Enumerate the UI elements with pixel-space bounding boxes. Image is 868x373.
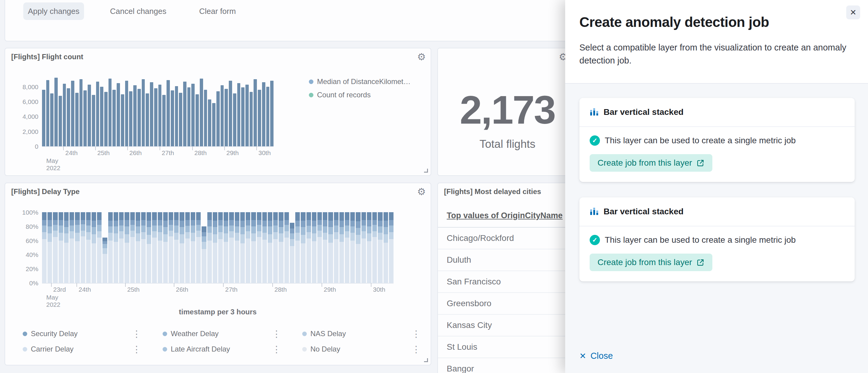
x-axis-month-label: May2022 [46, 157, 60, 172]
bar [262, 82, 266, 146]
flyout-header: Create anomaly detection job Select a co… [565, 0, 868, 67]
bar [179, 93, 182, 146]
stacked-bar [218, 212, 223, 283]
stacked-bar [42, 212, 46, 283]
create-job-button[interactable]: Create job from this layer [590, 254, 712, 271]
stacked-bar [207, 212, 212, 283]
y-axis-tick-label: 40% [12, 251, 38, 258]
legend-actions-icon[interactable]: ⋮ [272, 329, 281, 339]
stacked-bar [246, 212, 250, 283]
bar [158, 85, 162, 146]
stacked-bar [81, 212, 85, 283]
bar [162, 95, 166, 146]
legend-actions-icon[interactable]: ⋮ [412, 344, 421, 354]
stacked-bar [202, 226, 206, 283]
legend-item[interactable]: NAS Delay⋮ [302, 328, 421, 340]
create-job-label: Create job from this layer [597, 158, 692, 168]
axis-tick [160, 146, 160, 150]
legend-dot [302, 332, 307, 336]
legend-dot [302, 347, 307, 351]
stacked-bar [323, 212, 327, 283]
legend-actions-icon[interactable]: ⋮ [412, 329, 421, 339]
bar [50, 93, 54, 146]
stacked-bar [378, 212, 382, 283]
table-column-header[interactable]: Top values of OriginCityName [447, 211, 563, 220]
legend-actions-icon[interactable]: ⋮ [132, 344, 141, 354]
flyout-title: Create anomaly detection job [579, 14, 854, 30]
bar [250, 92, 253, 146]
stacked-bar [119, 212, 124, 283]
flyout-body: Bar vertical stacked ✓ This layer can be… [565, 83, 868, 373]
legend-item[interactable]: Carrier Delay⋮ [23, 343, 141, 355]
apply-changes-button[interactable]: Apply changes [23, 2, 84, 20]
stacked-bar [389, 212, 394, 283]
stacked-bar [59, 212, 63, 283]
stacked-bar [136, 212, 140, 283]
x-axis-tick-label: 30th [258, 149, 271, 157]
bar [104, 92, 107, 146]
bar [150, 82, 153, 146]
stacked-bar [301, 212, 305, 283]
x-axis-tick-label: 29th [226, 149, 239, 157]
bar [200, 79, 203, 146]
create-anomaly-job-flyout: ✕ Create anomaly detection job Select a … [565, 0, 868, 373]
axis-tick [192, 146, 193, 150]
metric-value: 2,173 [438, 87, 577, 133]
bar [75, 93, 79, 146]
legend-label: Median of DistanceKilomet… [317, 77, 410, 86]
stacked-bar [125, 212, 129, 283]
clear-form-button[interactable]: Clear form [199, 2, 236, 20]
legend-item[interactable]: Late Aircraft Delay⋮ [163, 343, 281, 355]
legend-item[interactable]: Weather Delay⋮ [163, 328, 281, 340]
axis-tick [224, 146, 225, 150]
create-job-button[interactable]: Create job from this layer [590, 154, 712, 172]
legend-item[interactable]: Security Delay⋮ [23, 328, 141, 340]
card-header: Bar vertical stacked [579, 197, 855, 226]
stacked-bar [383, 212, 388, 283]
stacked-bar [180, 212, 184, 283]
bar [171, 90, 174, 146]
cancel-changes-button[interactable]: Cancel changes [110, 2, 166, 20]
x-axis-tick-label: 26th [176, 286, 188, 293]
bar [67, 88, 70, 146]
stacked-bar [191, 212, 195, 283]
stacked-bar [279, 212, 283, 283]
resize-handle[interactable] [424, 358, 428, 362]
bar [212, 103, 216, 146]
legend-actions-icon[interactable]: ⋮ [132, 329, 141, 339]
resize-handle[interactable] [424, 169, 428, 173]
bar [125, 81, 128, 146]
x-axis-month-label: May2022 [46, 294, 60, 308]
bar [241, 87, 245, 146]
legend-item[interactable]: Median of DistanceKilomet… [309, 77, 410, 86]
flyout-description: Select a compatible layer from the visua… [579, 41, 854, 67]
stacked-bar [367, 212, 371, 283]
bar [258, 90, 261, 146]
bar [146, 93, 149, 146]
y-axis-tick-label: 80% [12, 223, 38, 230]
legend-column: NAS Delay⋮No Delay⋮ [302, 328, 421, 355]
stacked-bar [273, 212, 278, 283]
external-link-icon [696, 258, 705, 267]
flyout-close-link[interactable]: ✕ Close [579, 351, 613, 361]
gear-icon[interactable]: ⚙ [417, 52, 426, 62]
legend-label: No Delay [310, 345, 408, 353]
compatibility-text: This layer can be used to create a singl… [605, 235, 796, 245]
legend-item[interactable]: No Delay⋮ [302, 343, 421, 355]
panel-title: [Flights] Most delayed cities [444, 187, 541, 196]
legend-actions-icon[interactable]: ⋮ [272, 344, 281, 354]
bar [175, 86, 178, 146]
bar [191, 84, 195, 146]
legend-item[interactable]: Count of records [309, 91, 371, 99]
bar [237, 83, 241, 146]
stacked-bar [102, 238, 107, 283]
stacked-bar [53, 212, 57, 283]
panel-flight-count: [Flights] Flight count ⚙ Median of Dista… [4, 48, 431, 176]
flyout-close-button[interactable]: ✕ [846, 5, 860, 19]
legend-label: NAS Delay [310, 330, 408, 338]
gear-icon[interactable]: ⚙ [417, 187, 426, 196]
bar [92, 95, 95, 146]
x-axis-tick-label: 23rd [53, 286, 66, 293]
close-icon: ✕ [579, 351, 586, 361]
x-axis-tick-label: 24th [79, 286, 91, 293]
